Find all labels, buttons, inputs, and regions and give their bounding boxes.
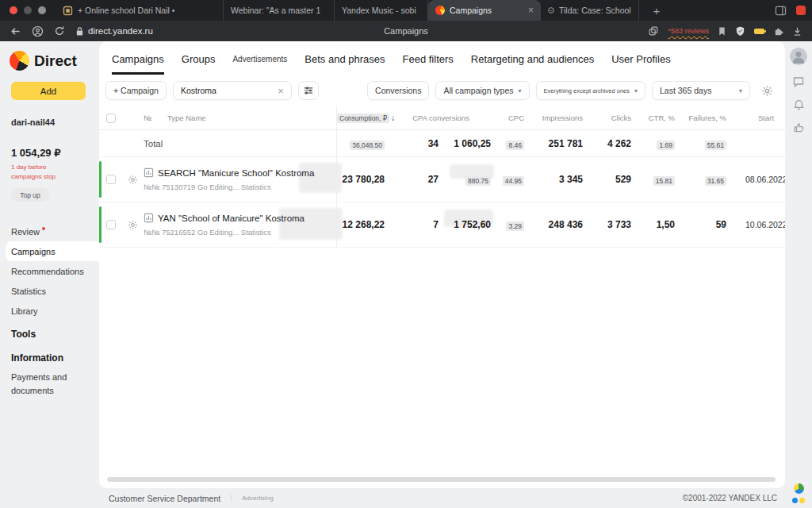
cell-cpc: 44.95 — [494, 172, 527, 187]
campaign-meta-links[interactable]: №№ 75216552 Go Editing... Statistics — [144, 228, 336, 237]
top-up-button[interactable]: Top up — [11, 188, 49, 202]
date-range-dropdown[interactable]: Last 365 days ▾ — [652, 81, 750, 100]
row-gear-icon[interactable] — [128, 220, 138, 230]
account-balance: 1 054,29 ₽ — [11, 147, 99, 159]
col-cpc[interactable]: CPC — [494, 114, 527, 122]
col-number[interactable]: № — [144, 114, 167, 122]
tab-feed-filters[interactable]: Feed filters — [403, 53, 454, 75]
minimize-window-button[interactable] — [24, 6, 32, 14]
col-failures[interactable]: Failures, % — [678, 114, 730, 122]
cell-cpa-value: 880.75 — [465, 176, 491, 186]
col-cpa-conversions[interactable]: CPA conversions — [388, 114, 494, 122]
horizontal-scrollbar[interactable] — [107, 477, 776, 482]
extension-red-icon[interactable] — [796, 6, 806, 15]
right-rail — [785, 41, 812, 508]
url-text: direct.yandex.ru — [88, 26, 153, 36]
balance-warning-line2: campaigns stop — [11, 172, 99, 182]
sidebar: Direct Add dari-nail44 1 054,29 ₽ 1 day … — [0, 41, 99, 508]
chat-icon[interactable] — [792, 75, 805, 88]
campaign-name[interactable]: SEARCH "Manicure School" Kostroma — [144, 167, 336, 178]
tab-title: Webinar: "As a master 1 — [231, 6, 320, 15]
archive-filter-dropdown[interactable]: Everything except archived ones ▾ — [536, 81, 645, 100]
sidebar-heading-label: Information — [11, 352, 63, 364]
extensions-puzzle-icon[interactable] — [773, 26, 783, 37]
browser-tab-online-school[interactable]: + Online school Dari Nail • — [56, 0, 224, 21]
row-gear-icon[interactable] — [128, 175, 138, 185]
thumbs-up-icon[interactable] — [793, 121, 805, 133]
conversions-button[interactable]: Conversions — [367, 81, 429, 100]
url-field[interactable]: direct.yandex.ru — [75, 26, 153, 37]
tab-bets-and-phrases[interactable]: Bets and phrases — [304, 53, 385, 75]
browser-tab-campaigns-active[interactable]: Campaigns × — [428, 0, 541, 21]
cell-consumption: 12 268,22 — [337, 219, 388, 230]
downloads-icon[interactable] — [792, 26, 802, 37]
tab-advertisements[interactable]: Advertisements — [232, 55, 287, 75]
col-start[interactable]: Start — [730, 114, 785, 122]
battery-saver-icon[interactable] — [754, 29, 764, 34]
side-panel-icon[interactable] — [775, 6, 787, 16]
shield-icon[interactable] — [735, 25, 745, 37]
tab-groups-icon[interactable] — [648, 25, 659, 37]
search-input[interactable]: Kostroma × — [173, 81, 292, 100]
chat-widget-icon[interactable] — [794, 483, 804, 494]
cell-ctr-value: 15.81 — [653, 176, 675, 186]
sidebar-item-statistics[interactable]: Statistics — [0, 281, 99, 301]
bell-icon[interactable] — [793, 98, 805, 111]
browser-tab-yandex-music[interactable]: Yandex Music - sobi — [335, 0, 428, 21]
sidebar-item-review[interactable]: Review — [0, 221, 99, 241]
tab-groups[interactable]: Groups — [182, 53, 216, 75]
advertising-link[interactable]: Advertising — [242, 495, 274, 502]
add-campaign-button[interactable]: Add — [11, 82, 86, 100]
close-tab-icon[interactable]: × — [523, 5, 534, 16]
yandex-direct-logo[interactable]: Direct — [10, 51, 99, 71]
sidebar-item-payments[interactable]: Payments and documents — [0, 371, 99, 397]
cell-consumption: 23 780,28 — [337, 174, 388, 185]
campaign-types-dropdown[interactable]: All campaign types ▾ — [435, 81, 529, 100]
filter-settings-button[interactable] — [298, 81, 319, 100]
browser-tab-webinar[interactable]: Webinar: "As a master 1 — [224, 0, 335, 21]
bookmark-icon[interactable] — [718, 26, 726, 37]
tab-retargeting[interactable]: Retargeting and audiences — [471, 53, 594, 75]
table-settings-button[interactable] — [756, 81, 777, 100]
col-consumption[interactable]: Consumption, ₽↓ — [337, 114, 388, 123]
col-impressions[interactable]: Impressions — [527, 114, 586, 122]
reload-icon[interactable] — [54, 25, 65, 37]
total-clicks: 4 262 — [586, 138, 634, 149]
clear-search-icon[interactable]: × — [278, 85, 284, 97]
new-tab-button[interactable]: + — [645, 0, 668, 21]
tab-user-profiles[interactable]: User Profiles — [611, 53, 670, 75]
browser-tab-tilda[interactable]: Tilda: Case: School of Money — [541, 0, 639, 21]
back-icon[interactable] — [10, 25, 21, 37]
new-campaign-button[interactable]: + Campaign — [105, 81, 167, 100]
col-type-name[interactable]: Type Name — [167, 106, 337, 129]
cell-cpc-value: 44.95 — [503, 176, 524, 186]
account-username[interactable]: dari-nail44 — [11, 117, 99, 127]
chevron-down-icon: ▾ — [519, 87, 522, 94]
row-checkbox[interactable] — [106, 220, 116, 229]
select-all-checkbox[interactable] — [106, 114, 116, 123]
col-clicks[interactable]: Clicks — [586, 114, 634, 122]
sidebar-item-library[interactable]: Library — [0, 301, 99, 321]
sidebar-item-recommendations[interactable]: Recommendations — [0, 261, 99, 281]
yellow-widget-icon[interactable] — [799, 498, 805, 503]
sidebar-item-label: Recommendations — [11, 267, 84, 276]
campaign-name[interactable]: YAN "School of Manicure" Kostroma — [144, 213, 336, 223]
maximize-window-button[interactable] — [38, 6, 46, 14]
close-window-button[interactable] — [10, 6, 17, 14]
total-consumption: 36,048.50 — [337, 137, 388, 151]
tab-campaigns[interactable]: Campaigns — [112, 53, 164, 75]
reviews-badge[interactable]: *583 reviews — [668, 27, 709, 35]
sidebar-item-campaigns[interactable]: Campaigns — [6, 241, 99, 261]
row-checkbox[interactable] — [106, 175, 116, 184]
footer-divider — [231, 495, 232, 502]
support-link[interactable]: Customer Service Department — [109, 494, 220, 503]
profile-icon[interactable] — [32, 25, 44, 37]
col-ctr[interactable]: CTR, % — [634, 114, 678, 122]
sidebar-heading-information[interactable]: Information — [0, 348, 99, 368]
status-active-stripe — [99, 206, 102, 243]
page: Direct Add dari-nail44 1 054,29 ₽ 1 day … — [0, 41, 812, 508]
campaign-meta-links[interactable]: №№ 75130719 Go Editing... Statistics — [144, 183, 336, 191]
sidebar-heading-tools[interactable]: Tools — [0, 324, 99, 344]
blue-widget-icon[interactable] — [792, 498, 798, 503]
user-avatar[interactable] — [790, 48, 807, 65]
